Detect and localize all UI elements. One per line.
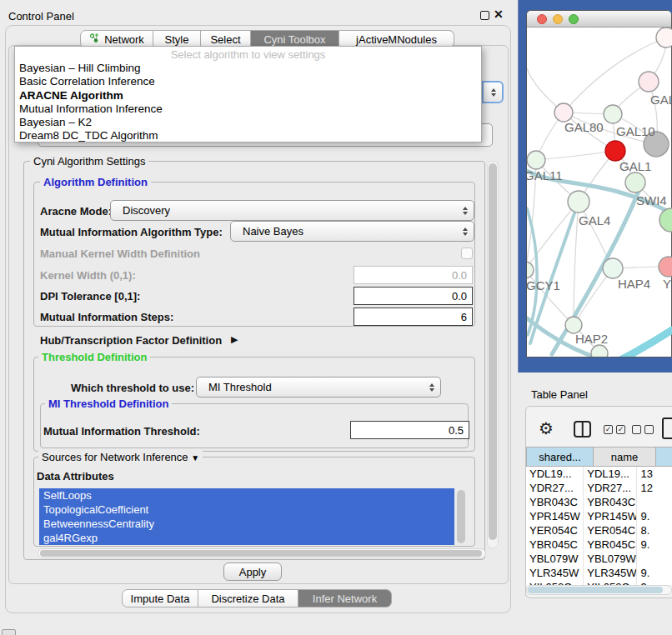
tab-label: Discretize Data [211,592,284,605]
table-cell: 9. [637,538,672,552]
network-node[interactable] [659,208,672,232]
close-light[interactable] [537,14,547,24]
table-cell: 12 [637,481,672,495]
network-node-label: HAP4 [618,277,650,291]
table-hscroll-thumb[interactable] [528,587,663,593]
network-edge[interactable] [617,330,672,357]
table-row[interactable]: YBR043CYBR043C [526,495,672,509]
network-node-swi4[interactable] [625,172,645,192]
network-window-titlebar[interactable] [527,11,671,28]
aracne-mode-label: Aracne Mode: [40,205,112,218]
table-row[interactable]: YBR045CYBR045C9. [526,538,672,552]
network-node-label: GAL [650,92,672,107]
mi-threshold-field[interactable]: 0.5 [350,421,469,439]
collapsed-panel-icon[interactable] [2,629,16,635]
algorithm-option-mutual-information-inference[interactable]: Mutual Information Inference [15,102,481,116]
zoom-light[interactable] [569,14,579,24]
network-edge[interactable] [536,151,615,160]
network-node-label: GAL11 [527,168,563,182]
table-row[interactable]: YPR145WYPR145W9. [526,509,672,523]
attribute-betweennesscentrality[interactable]: BetweennessCentrality [39,517,454,531]
mi-steps-field[interactable]: 6 [354,308,473,326]
attribute-topologicalcoefficient[interactable]: TopologicalCoefficient [39,502,454,517]
table-cell: YDR27... [526,481,584,495]
threshold-definition-title: Threshold Definition [38,351,150,363]
checked-boxes-icon[interactable]: ✓✓ [604,425,625,434]
network-node-gal11[interactable] [527,151,545,169]
tab-label: Select [210,33,240,46]
algorithm-combobox-partial[interactable] [482,81,504,103]
algorithm-dropdown: Select algorithm to view settings Bayesi… [14,46,482,142]
settings-hscroll-thumb[interactable] [40,550,482,557]
network-node-gal1[interactable] [605,141,625,161]
network-node-label: GAL10 [616,124,655,138]
table-rows: YDL19...YDL19...13YDR27...YDR27...12YBR0… [526,467,672,585]
attribute-selfloops[interactable]: SelfLoops [39,488,454,502]
algorithm-option-bayesian-hill-climbing[interactable]: Bayesian – Hill Climbing [15,62,481,75]
hub-definition-label: Hub/Transcription Factor Definition [40,334,222,347]
kernel-width-value: 0.0 [452,269,467,282]
algorithm-option-aracne-algorithm[interactable]: ARACNE Algorithm [15,89,481,102]
aracne-mode-combobox[interactable]: Discovery [110,200,474,221]
close-panel-icon[interactable]: ✕ [494,8,504,21]
table-cell: YBR043C [584,495,637,509]
dpi-tolerance-field[interactable]: 0.0 [354,287,473,305]
network-node[interactable] [656,28,672,48]
table-cell: YLR345W [526,566,584,580]
table-row[interactable]: YDL19...YDL19...13 [526,467,672,481]
table-cell: 9. [637,566,672,580]
table-cell: YBR045C [526,538,584,552]
network-node-label: GAL80 [564,120,604,134]
algorithm-option-bayesian-k2[interactable]: Bayesian – K2 [15,116,481,129]
which-threshold-value: MI Threshold [208,381,272,393]
combo-stepper-icon [429,383,434,392]
algorithm-option-dream8-dc-tdc-algorithm[interactable]: Dream8 DC_TDC Algorithm [15,129,481,142]
table-header: shared...nameA [526,447,672,467]
network-node-y[interactable] [659,257,672,277]
network-node[interactable] [591,345,608,357]
float-panel-icon[interactable] [480,11,489,20]
apply-button[interactable]: Apply [223,562,282,581]
column-header-name[interactable]: name [594,447,656,467]
gear-icon[interactable]: ⚙ [539,419,554,438]
control-panel-title: Control Panel [8,10,74,22]
column-header-a[interactable]: A [656,447,672,467]
settings-vscroll-thumb[interactable] [489,163,497,540]
dpi-tolerance-label: DPI Tolerance [0,1]: [40,290,140,302]
network-node-hap4[interactable] [603,258,623,278]
table-row[interactable]: YDR27...YDR27...12 [526,481,672,495]
which-threshold-combobox[interactable]: MI Threshold [196,377,441,398]
unchecked-boxes-icon[interactable] [632,425,654,434]
page-icon[interactable] [662,418,672,439]
sources-title-text: Sources for Network Inference [42,451,188,463]
attributes-list-scrollbar[interactable] [457,490,465,543]
tab-discretize-data[interactable]: Discretize Data [198,589,298,608]
tab-label: Network [104,33,144,46]
table-row[interactable]: YLR345WYLR345W9. [526,566,672,580]
network-node-gal80[interactable] [554,103,573,122]
tab-impute-data[interactable]: Impute Data [122,589,198,608]
network-node-hap2[interactable] [565,317,582,333]
combo-stepper-icon [463,228,468,236]
tab-label: Impute Data [131,592,190,605]
table-row[interactable]: YER054CYER054C8. [526,523,672,538]
network-node-gal4[interactable] [568,191,589,212]
network-canvas[interactable]: GALGAL80GAL10GAL1GAL11SWI4GAL4GCY1HAP4YH… [527,27,672,357]
table-row[interactable]: YBL079WYBL079W [526,552,672,566]
network-node-label: SWI4 [636,193,667,208]
network-node-gal10[interactable] [604,105,622,123]
hub-expander-icon[interactable]: ▶ [231,334,238,345]
columns-icon[interactable] [574,421,591,438]
kernel-width-field[interactable]: 0.0 [354,266,473,284]
minimize-light[interactable] [553,14,563,24]
manual-kernel-checkbox[interactable] [461,248,473,259]
table-cell: YBR043C [526,495,584,509]
mi-algorithm-type-combobox[interactable]: Naive Bayes [230,221,474,242]
network-node-gcy1[interactable] [527,262,534,278]
attribute-gal4rgexp[interactable]: gal4RGexp [39,531,454,545]
sources-collapse-icon[interactable]: ▼ [191,453,199,462]
tab-infer-network[interactable]: Infer Network [298,589,392,608]
algorithm-option-basic-correlation-inference[interactable]: Basic Correlation Inference [15,75,481,88]
network-node-gal[interactable] [639,72,659,92]
column-header-shared-[interactable]: shared... [526,447,594,467]
